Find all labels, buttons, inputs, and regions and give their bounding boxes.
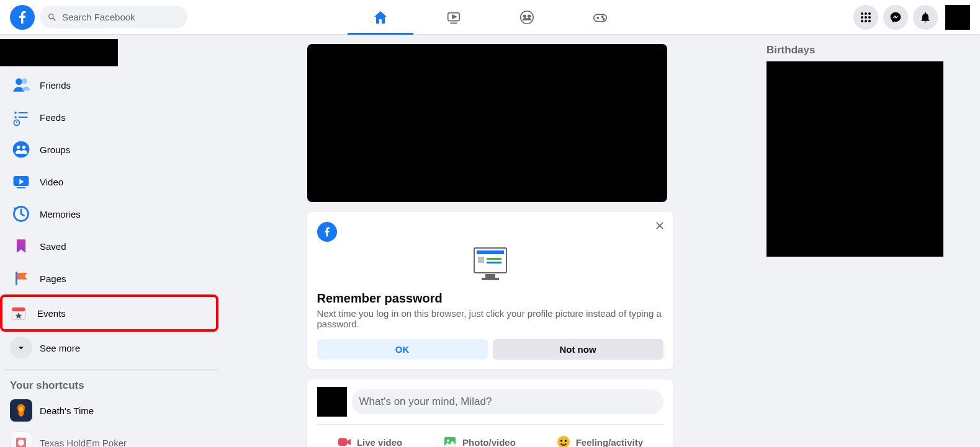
sidebar-item-label: Feeds [40,112,66,123]
sidebar-item-groups[interactable]: Groups [5,133,218,166]
sidebar-profile-item[interactable] [0,39,118,66]
gaming-icon [592,9,608,25]
composer-avatar[interactable] [317,387,347,417]
sidebar-item-memories[interactable]: Memories [5,198,218,230]
center-feed: Remember password Next time you log in o… [307,34,673,447]
svg-rect-38 [478,257,484,263]
close-button[interactable] [654,219,666,234]
birthdays-title: Birthdays [766,44,970,56]
svg-point-47 [560,440,562,442]
svg-point-27 [22,146,25,149]
ok-button[interactable]: OK [317,339,488,360]
nav-groups[interactable] [493,2,561,33]
not-now-button[interactable]: Not now [493,339,663,360]
nav-video[interactable] [420,2,488,33]
close-icon [654,219,666,232]
svg-point-35 [18,440,24,446]
shortcut-deaths-time[interactable]: Death's Time [5,394,218,427]
sidebar-item-events[interactable]: Events [0,294,218,332]
sidebar-item-pages[interactable]: Pages [5,262,218,294]
svg-rect-40 [487,262,501,263]
nav-home[interactable] [346,2,415,33]
groups-icon [519,9,535,25]
groups-icon [10,138,32,161]
friends-icon [10,74,32,96]
bell-icon [919,11,932,24]
shortcut-label: Death's Time [40,405,94,416]
svg-point-8 [603,18,604,19]
facebook-logo[interactable] [10,5,35,30]
svg-point-3 [523,15,526,17]
sidebar-item-friends[interactable]: Friends [5,69,218,101]
sidebar-item-label: Groups [40,144,70,155]
feeling-button[interactable]: Feeling/activity [549,430,650,447]
menu-button[interactable] [853,5,878,30]
divider [5,369,218,370]
messenger-icon [889,11,902,24]
svg-rect-37 [477,250,504,254]
left-sidebar: Friends Feeds Groups Video Memories [0,34,223,447]
facebook-small-logo [317,222,337,242]
post-composer: What's on your mind, Milad? Live video P… [307,379,673,447]
feeling-label: Feeling/activity [576,437,643,448]
sidebar-item-saved[interactable]: Saved [5,230,218,262]
sidebar-item-label: Saved [40,241,66,252]
search-input[interactable]: Search Facebook [40,6,187,29]
photo-video-button[interactable]: Photo/video [435,430,523,447]
composer-actions: Live video Photo/video Feeling/activity [317,425,663,447]
svg-point-12 [861,16,863,19]
shortcut-label: Texas HoldEm Poker [40,438,127,448]
remember-password-card: Remember password Next time you log in o… [307,212,673,370]
svg-point-45 [447,440,449,442]
chevron-down-icon [10,337,32,359]
sidebar-item-label: Friends [40,80,71,91]
sidebar-item-label: Events [37,308,66,319]
profile-avatar[interactable] [945,5,970,30]
live-video-button[interactable]: Live video [330,430,410,447]
svg-point-11 [868,12,871,15]
svg-rect-39 [487,258,501,260]
svg-point-9 [861,12,863,15]
right-sidebar: Birthdays [757,34,980,447]
shortcut-icon [10,399,32,422]
stories-section[interactable] [307,44,667,202]
notifications-button[interactable] [913,5,938,30]
search-icon [47,12,57,22]
messenger-button[interactable] [883,5,908,30]
svg-rect-29 [17,187,25,188]
svg-rect-5 [593,14,606,21]
sidebar-item-label: Memories [40,209,81,219]
svg-rect-20 [14,112,17,114]
svg-rect-21 [19,112,28,113]
photo-video-label: Photo/video [462,437,516,448]
remember-description: Next time you log in on this browser, ju… [317,308,663,329]
main: Friends Feeds Groups Video Memories [0,0,980,447]
sidebar-see-more[interactable]: See more [5,332,218,364]
svg-rect-41 [485,274,495,278]
grid-icon [860,11,872,24]
see-more-label: See more [40,343,80,353]
home-icon [372,9,389,26]
svg-rect-22 [14,116,17,118]
video-icon [10,170,32,193]
sidebar-item-video[interactable]: Video [5,166,218,198]
saved-icon [10,235,32,257]
svg-point-4 [528,15,530,17]
memories-icon [10,203,32,225]
svg-point-10 [865,12,867,15]
events-icon [7,302,30,324]
sidebar-item-feeds[interactable]: Feeds [5,101,218,133]
svg-rect-33 [12,308,25,311]
svg-point-7 [601,15,603,17]
remember-title: Remember password [317,291,663,306]
live-video-icon [337,435,352,447]
photo-icon [443,435,457,447]
sidebar-item-label: Video [40,177,63,187]
composer-input[interactable]: What's on your mind, Milad? [352,389,663,414]
shortcut-texas-holdem[interactable]: Texas HoldEm Poker [5,427,218,447]
svg-point-25 [13,141,30,158]
nav-gaming[interactable] [566,2,634,33]
svg-point-6 [597,17,598,18]
birthdays-content[interactable] [766,61,943,257]
svg-point-2 [520,11,533,23]
